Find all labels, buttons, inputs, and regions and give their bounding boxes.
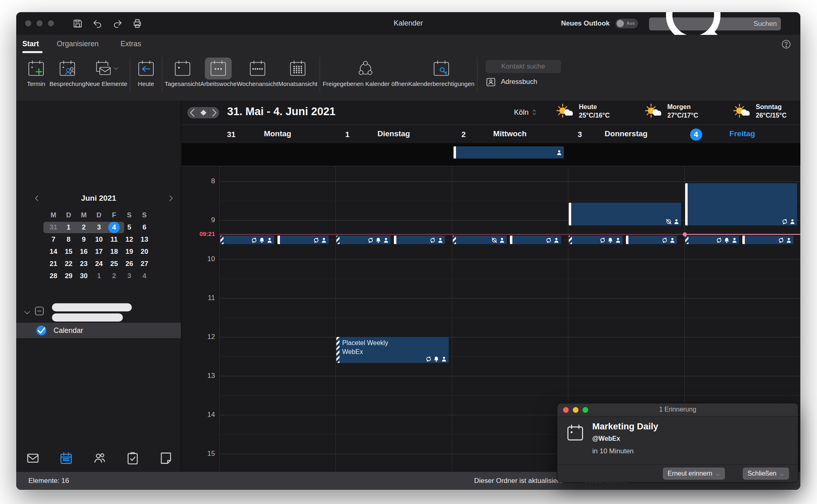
reminder-button-erneut-erinnern[interactable]: Erneut erinnern (663, 468, 725, 480)
event[interactable] (569, 203, 681, 225)
current-time-label: 09:21 (182, 230, 215, 237)
search-input[interactable]: Suchen (649, 17, 781, 30)
ribbon-button-freigegebenen-kalender-öffnen[interactable]: Freigegebenen Kalender öffnen (322, 57, 408, 87)
minical-day[interactable]: 13 (137, 234, 152, 246)
event-edge (454, 146, 456, 159)
today-diamond-icon[interactable] (198, 107, 209, 118)
person-icon (321, 237, 327, 243)
minical-day[interactable]: 7 (46, 234, 61, 246)
tab-start[interactable]: Start (22, 40, 39, 48)
event[interactable] (685, 236, 739, 244)
weather-city-selector[interactable]: Köln (514, 108, 537, 117)
button-label: Arbeitswoche (200, 80, 236, 87)
day-header-mittwoch[interactable]: 2Mittwoch (452, 125, 568, 143)
help-icon[interactable] (781, 39, 791, 49)
minical-day[interactable]: 16 (76, 246, 91, 258)
ribbon-button-wochenansicht[interactable]: Wochenansicht (236, 57, 278, 87)
event[interactable] (453, 236, 507, 244)
ribbon-button-arbeitswoche[interactable]: Arbeitswoche (200, 57, 236, 87)
day-header-montag[interactable]: 31Montag (219, 125, 335, 143)
titlebar: Kalender Neues Outlook Aus Suchen (16, 12, 800, 35)
event[interactable] (394, 236, 445, 244)
minical-day[interactable]: 8 (61, 234, 76, 246)
minical-day[interactable]: 21 (46, 258, 61, 270)
ribbon-button-termin[interactable]: Termin (23, 57, 49, 87)
minical-day[interactable]: 25 (107, 258, 122, 270)
minical-day[interactable]: 10 (91, 234, 106, 246)
sidebar: Juni 2021 MDMDFSS31123456789101112131415… (16, 101, 181, 472)
minical-day[interactable]: 5 (122, 221, 137, 234)
module-people-icon[interactable] (92, 451, 106, 465)
minical-day[interactable]: 30 (76, 270, 91, 282)
ribbon-button-tagesansicht[interactable]: Tagesansicht (165, 57, 200, 87)
minical-day[interactable]: 11 (107, 234, 122, 246)
button-label: Besprechung (49, 80, 85, 87)
minical-day[interactable]: 17 (91, 246, 106, 258)
minical-day[interactable]: 1 (91, 270, 106, 282)
minical-day[interactable]: 6 (137, 221, 152, 234)
ribbon-button-neue-elemente[interactable]: Neue Elemente (85, 57, 127, 87)
minical-day[interactable]: 9 (76, 234, 91, 246)
minical-day[interactable]: 4 (137, 270, 152, 282)
chevron-down-icon[interactable] (24, 309, 31, 316)
minical-day[interactable]: 27 (137, 258, 152, 270)
module-calendar-icon[interactable] (59, 451, 73, 465)
minical-day[interactable]: 23 (76, 258, 91, 270)
ribbon-button-besprechung[interactable]: Besprechung (49, 57, 85, 87)
weekday-label: M (76, 209, 91, 221)
reminder-window: 1 Erinnerung Marketing Daily @WebEx in 1… (557, 403, 798, 483)
minical-day[interactable]: 18 (107, 246, 122, 258)
minical-week-row: 31123456 (46, 221, 152, 234)
ribbon-button-adressbuch[interactable]: Adressbuch (486, 77, 561, 87)
day-header-dienstag[interactable]: 1Dienstag (335, 125, 452, 143)
prev-week-icon[interactable] (187, 107, 198, 118)
column-divider (219, 166, 220, 472)
ribbon-button-kalenderberechtigungen[interactable]: Kalenderberechtigungen (408, 57, 474, 87)
minical-day[interactable]: 12 (122, 234, 137, 246)
event[interactable] (742, 236, 793, 244)
minical-day[interactable]: 14 (46, 246, 61, 258)
minical-day[interactable]: 24 (91, 258, 106, 270)
minical-day[interactable]: 2 (107, 270, 122, 282)
new-outlook-toggle[interactable]: Aus (615, 19, 638, 28)
event[interactable] (336, 236, 390, 244)
minical-day[interactable]: 28 (46, 270, 61, 282)
minical-day[interactable]: 3 (122, 270, 137, 282)
day-header-freitag[interactable]: 4Freitag (684, 125, 800, 143)
collapse-checkbox-icon[interactable] (34, 306, 45, 316)
sidebar-item-calendar[interactable]: Calendar (16, 323, 181, 338)
minical-day[interactable]: 2 (76, 221, 91, 234)
event[interactable] (626, 236, 677, 244)
minical-day[interactable]: 22 (61, 258, 76, 270)
minical-day[interactable]: 19 (122, 246, 137, 258)
minical-day[interactable]: 29 (61, 270, 76, 282)
reminder-button-schließen[interactable]: Schließen (743, 468, 789, 480)
event[interactable] (685, 183, 797, 225)
module-mail-icon[interactable] (26, 451, 40, 465)
minical-day-today[interactable]: 4 (107, 221, 122, 234)
minical-day[interactable]: 1 (61, 221, 76, 234)
calendar-day-icon (173, 59, 192, 78)
ribbon-button-monatsansicht[interactable]: Monatsansicht (278, 57, 318, 87)
all-day-event[interactable] (454, 146, 564, 159)
event-placetel-weekly[interactable]: Placetel Weekly WebEx (336, 337, 448, 363)
day-header-donnerstag[interactable]: 3Donnerstag (568, 125, 684, 143)
calendar-checkbox[interactable] (37, 326, 46, 335)
module-notes-icon[interactable] (159, 451, 173, 465)
minical-day[interactable]: 3 (91, 221, 106, 234)
module-tasks-icon[interactable] (126, 451, 140, 465)
minical-next-icon[interactable] (167, 195, 174, 202)
event[interactable] (569, 236, 623, 244)
event[interactable] (277, 236, 329, 244)
event[interactable] (220, 236, 274, 244)
tab-organisieren[interactable]: Organisieren (57, 40, 99, 48)
event[interactable] (510, 236, 561, 244)
ribbon-button-heute[interactable]: Heute (133, 57, 159, 87)
next-week-icon[interactable] (209, 107, 219, 118)
all-day-row (182, 143, 800, 166)
tab-extras[interactable]: Extras (120, 40, 141, 48)
minical-day[interactable]: 31 (46, 221, 61, 234)
minical-day[interactable]: 26 (122, 258, 137, 270)
minical-day[interactable]: 15 (61, 246, 76, 258)
minical-day[interactable]: 20 (137, 246, 152, 258)
